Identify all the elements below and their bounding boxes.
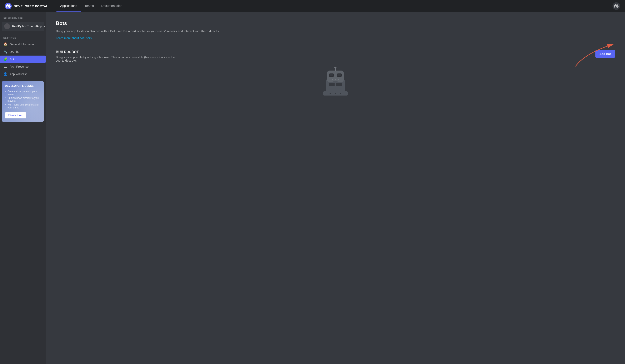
svg-point-10 bbox=[332, 79, 333, 80]
section-divider bbox=[56, 45, 615, 45]
bots-section: Bots Bring your app to life on Discord w… bbox=[56, 20, 615, 40]
chevron-down-icon: ▾ bbox=[44, 25, 45, 28]
settings-label: SETTINGS bbox=[0, 35, 46, 40]
home-icon: 🏠 bbox=[3, 42, 7, 46]
topnav: DEVELOPER PORTAL Applications Teams Docu… bbox=[0, 0, 625, 12]
avatar[interactable] bbox=[613, 2, 620, 10]
person-icon: 👤 bbox=[3, 72, 7, 76]
sidebar-item-rich-presence-label: Rich Presence bbox=[10, 65, 29, 68]
build-a-bot-title: BUILD-A-BOT bbox=[56, 50, 595, 54]
logo: DEVELOPER PORTAL bbox=[5, 3, 48, 9]
dev-license-list: Create store pages in your server Publis… bbox=[5, 89, 41, 110]
svg-point-5 bbox=[334, 67, 337, 69]
layout: SELECTED APP RealPythonTutorialApp ▾ SET… bbox=[0, 12, 625, 364]
build-a-bot-description: Bring your app to life by adding a bot u… bbox=[56, 56, 181, 62]
sidebar-item-oauth2-label: OAuth2 bbox=[10, 50, 19, 54]
sidebar-item-general-information[interactable]: 🏠 General Information bbox=[0, 41, 46, 48]
app-avatar bbox=[4, 23, 10, 29]
rich-presence-icon: ▬ bbox=[3, 65, 7, 68]
dev-license-item-2: Publish news directly to your players bbox=[5, 96, 41, 103]
sidebar-item-rich-presence[interactable]: ▬ Rich Presence › bbox=[0, 63, 46, 70]
wrench-icon: 🔧 bbox=[3, 50, 7, 54]
arrow-illustration bbox=[569, 41, 615, 68]
svg-rect-9 bbox=[338, 74, 341, 76]
discord-logo-icon bbox=[5, 3, 12, 9]
svg-point-17 bbox=[335, 93, 336, 94]
logo-text: DEVELOPER PORTAL bbox=[14, 4, 48, 8]
build-content: BUILD-A-BOT Bring your app to life by ad… bbox=[56, 50, 595, 62]
svg-rect-15 bbox=[336, 83, 342, 86]
svg-point-18 bbox=[340, 93, 341, 94]
sidebar-item-app-whitelist[interactable]: 👤 App Whitelist bbox=[0, 70, 46, 78]
app-name: RealPythonTutorialApp bbox=[12, 25, 42, 28]
svg-point-12 bbox=[338, 79, 339, 80]
svg-rect-8 bbox=[330, 74, 333, 76]
developer-license-card: DEVELOPER LICENSE Create store pages in … bbox=[2, 81, 44, 122]
bots-description: Bring your app to life on Discord with a… bbox=[56, 29, 222, 34]
sidebar-item-bot[interactable]: 🧩 Bot bbox=[0, 56, 46, 63]
puzzle-icon: 🧩 bbox=[3, 57, 7, 61]
build-a-bot-section: BUILD-A-BOT Bring your app to life by ad… bbox=[56, 50, 615, 62]
nav-teams[interactable]: Teams bbox=[81, 0, 97, 12]
sidebar: SELECTED APP RealPythonTutorialApp ▾ SET… bbox=[0, 12, 46, 364]
sidebar-item-bot-label: Bot bbox=[10, 58, 14, 61]
nav-applications[interactable]: Applications bbox=[57, 0, 81, 12]
bots-title: Bots bbox=[56, 20, 615, 26]
topnav-links: Applications Teams Documentation bbox=[57, 0, 613, 12]
app-selector[interactable]: RealPythonTutorialApp ▾ bbox=[2, 22, 44, 31]
svg-point-11 bbox=[335, 79, 336, 80]
dev-license-item-3: Run Alpha and Beta tests for your game bbox=[5, 103, 41, 110]
svg-point-16 bbox=[330, 93, 331, 94]
dev-license-item-1: Create store pages in your server bbox=[5, 89, 41, 96]
nav-documentation[interactable]: Documentation bbox=[97, 0, 126, 12]
main-content: Bots Bring your app to life on Discord w… bbox=[46, 12, 625, 364]
sidebar-item-oauth2[interactable]: 🔧 OAuth2 bbox=[0, 48, 46, 55]
svg-rect-14 bbox=[329, 83, 335, 86]
robot-illustration bbox=[314, 66, 356, 100]
sidebar-item-app-whitelist-label: App Whitelist bbox=[10, 72, 27, 76]
sidebar-item-general-information-label: General Information bbox=[10, 43, 35, 46]
selected-app-label: SELECTED APP bbox=[0, 15, 46, 21]
chevron-right-icon: › bbox=[41, 65, 42, 68]
learn-more-link[interactable]: Learn more about bot users bbox=[56, 36, 92, 40]
